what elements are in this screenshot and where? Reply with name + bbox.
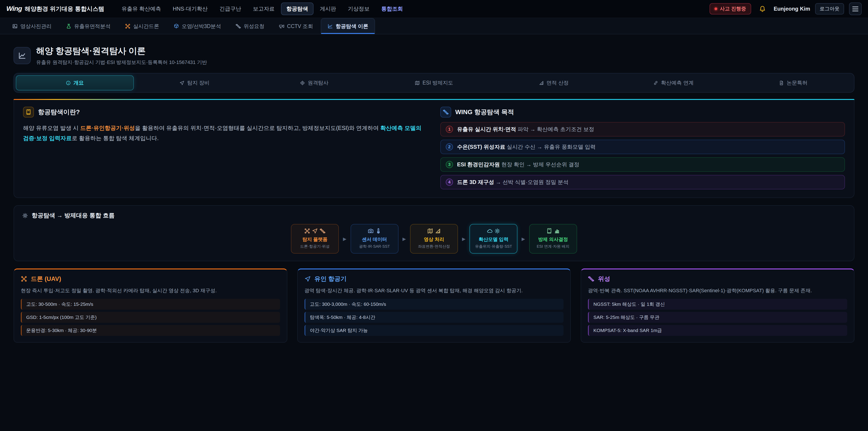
plane-icon: [305, 276, 311, 282]
nav-item-reports[interactable]: 보고자료: [248, 2, 280, 15]
nav-item-aerial-search[interactable]: 항공탐색: [281, 2, 313, 15]
tab-equipment[interactable]: 탐지 장비: [135, 75, 254, 90]
main-content: 해양 항공탐색·원격탐사 이론 유출유 원격탐지·항공감시 기법·ESI 방제정…: [0, 34, 868, 350]
gear-icon: [494, 228, 500, 234]
flow-panel: 항공탐색 → 방제대응 통합 흐름 탐지 플랫폼 드론·항공기·위성 ▶: [13, 205, 855, 261]
satellite-icon: [588, 276, 594, 282]
cube-icon: [174, 24, 179, 29]
thermometer-icon: [375, 228, 381, 234]
platform-card-drone: 드론 (UAV) 현장 즉시 투입·저고도 정밀 촬영. 광학·적외선 카메라 …: [13, 269, 287, 343]
main-menu: 유출유 확산예측 HNS·대기확산 긴급구난 보고자료 항공탐색 게시판 기상정…: [116, 2, 408, 15]
user-name: Eunjeong Kim: [774, 6, 810, 12]
nav-item-board[interactable]: 게시판: [314, 2, 342, 15]
nav-item-hns-diffusion[interactable]: HNS·대기확산: [167, 2, 213, 15]
overview-panel: 항공탐색이란? 해양 유류오염 발생 시 드론·유인항공기·위성을 활용하여 유…: [13, 100, 855, 198]
cloud-icon: [487, 228, 493, 234]
satellite-icon: [320, 228, 326, 234]
tab-remote-sensing[interactable]: 원격탐사: [255, 75, 373, 90]
flow-track: 탐지 플랫폼 드론·항공기·위성 ▶ 센서 데이터 광학·IR·SAR·SST …: [22, 224, 846, 254]
purpose-item: 3 ESI 환경민감자원 현장 확인 → 방제 우선순위 결정: [440, 157, 845, 172]
topnav-right: 사고 진행중 Eunjeong Kim 로그아웃: [710, 2, 862, 15]
purpose-number: 2: [446, 143, 453, 151]
plane-icon: [180, 81, 184, 86]
highlight-platforms: 드론·유인항공기·위성: [80, 125, 135, 131]
sub-navigation: 영상사진관리 유출유면적분석 실시간드론 오염/선박3D분석 위성요청 CCTV…: [0, 18, 868, 34]
tab-papers-patents[interactable]: 논문특허: [734, 75, 852, 90]
brand[interactable]: Wing 해양환경 위기대응 통합시스템: [6, 5, 104, 13]
satellite-icon: [440, 107, 451, 118]
theory-tabbar: 개요 탐지 장비 원격탐사 ESI 방제지도 면적 산정 확산예측 연계: [13, 73, 855, 93]
spec-row: 운용반경: 5-30km · 체공: 30-90분: [21, 325, 280, 336]
notifications-button[interactable]: [756, 2, 769, 15]
wing-logo: Wing: [6, 5, 22, 12]
spec-row: 탐색폭: 5-50km · 체공: 4-8시간: [305, 312, 564, 323]
incident-dot-icon: [715, 7, 717, 10]
camera-icon: [368, 228, 374, 234]
book-icon: [546, 228, 552, 234]
page-icon: [13, 47, 31, 64]
gear-icon: [22, 213, 28, 219]
nav-item-weather[interactable]: 기상정보: [342, 2, 375, 15]
incident-badge-label: 사고 진행중: [720, 5, 746, 12]
tab-esi-map[interactable]: ESI 방제지도: [375, 75, 493, 90]
drone-icon: [125, 24, 130, 29]
logout-button[interactable]: 로그아웃: [815, 3, 844, 14]
platform-cards: 드론 (UAV) 현장 즉시 투입·저고도 정밀 촬영. 광학·적외선 카메라 …: [13, 269, 855, 343]
platform-description: 현장 즉시 투입·저고도 정밀 촬영. 광학·적외선 카메라 탑재, 실시간 영…: [21, 286, 280, 295]
platform-description: 광역·반복 관측. SST(NOAA AVHRR·NGSST)·SAR(Sent…: [588, 286, 847, 295]
hamburger-icon: [852, 6, 858, 7]
tab-forecast-link[interactable]: 확산예측 연계: [615, 75, 733, 90]
platform-card-header: 유인 항공기: [305, 275, 564, 283]
top-navigation: Wing 해양환경 위기대응 통합시스템 유출유 확산예측 HNS·대기확산 긴…: [0, 0, 868, 18]
map-icon: [427, 228, 433, 234]
subnav-item-satellite-request[interactable]: 위성요청: [229, 18, 271, 34]
purpose-item: 4 드론 3D 재구성 → 선박 식별·오염원 정밀 분석: [440, 175, 845, 189]
bell-icon: [759, 5, 766, 12]
tab-overview[interactable]: 개요: [16, 75, 134, 90]
platform-card-aircraft: 유인 항공기 광역 탐색·장시간 체공. 광학·IR·SAR·SLAR·UV 등…: [297, 269, 571, 343]
purpose-number: 3: [446, 161, 453, 168]
subnav-item-3d-analysis[interactable]: 오염/선박3D분석: [167, 18, 228, 34]
purpose-list: 1 유출유 실시간 위치·면적 파악 → 확산예측 초기조건 보정 2 수온(S…: [440, 122, 845, 189]
nav-item-spill-forecast[interactable]: 유출유 확산예측: [116, 2, 166, 15]
spec-row: KOMPSAT-5: X-band SAR 1m급: [588, 325, 847, 336]
menu-toggle-button[interactable]: [849, 2, 862, 15]
link-icon: [653, 81, 658, 86]
chart-icon: [328, 24, 333, 29]
flow-title: 항공탐색 → 방제대응 통합 흐름: [32, 212, 115, 219]
flow-header: 항공탐색 → 방제대응 통합 흐름: [22, 212, 846, 219]
tab-area-calculation[interactable]: 면적 산정: [495, 75, 613, 90]
flow-arrow-icon: ▶: [462, 236, 465, 242]
platform-card-header: 위성: [588, 275, 847, 283]
drone-icon: [21, 276, 27, 282]
flask-icon: [66, 24, 71, 29]
flow-step-image-processing: 영상 처리 좌표변환·면적산정: [410, 224, 458, 254]
platform-card-satellite: 위성 광역·반복 관측. SST(NOAA AVHRR·NGSST)·SAR(S…: [581, 269, 855, 343]
purpose-item: 2 수온(SST) 위성자료 실시간 수신 → 유출유 풍화모델 입력: [440, 140, 845, 154]
intro-card-header: 항공탐색이란?: [23, 107, 428, 118]
page-title: 해양 항공탐색·원격탐사 이론: [36, 45, 207, 57]
nav-item-integrated-search[interactable]: 통합조회: [376, 2, 408, 15]
subnav-item-cctv[interactable]: CCTV 조회: [272, 18, 320, 34]
spec-row: 고도: 30-500m · 속도: 15-25m/s: [21, 299, 280, 310]
book-icon: [23, 107, 34, 118]
purpose-number: 1: [446, 126, 453, 133]
brand-name: 해양환경 위기대응 통합시스템: [25, 5, 104, 13]
incident-status-badge[interactable]: 사고 진행중: [710, 3, 751, 14]
nav-item-emergency-rescue[interactable]: 긴급구난: [214, 2, 247, 15]
photo-icon: [12, 24, 18, 29]
page-header: 해양 항공탐색·원격탐사 이론 유출유 원격탐지·항공감시 기법·ESI 방제정…: [13, 45, 855, 66]
subnav-item-realtime-drone[interactable]: 실시간드론: [118, 18, 166, 34]
app-root: Wing 해양환경 위기대응 통합시스템 유출유 확산예측 HNS·대기확산 긴…: [0, 0, 868, 350]
subnav-item-aerial-theory[interactable]: 항공탐색 이론: [321, 18, 375, 34]
flow-arrow-icon: ▶: [522, 236, 525, 242]
ruler-icon: [539, 81, 544, 86]
spec-row: GSD: 1-5cm/px (100m 고도 기준): [21, 312, 280, 323]
subnav-item-oil-area-analysis[interactable]: 유출유면적분석: [59, 18, 117, 34]
flow-arrow-icon: ▶: [343, 236, 346, 242]
satellite-icon: [236, 24, 241, 29]
intro-card: 항공탐색이란? 해양 유류오염 발생 시 드론·유인항공기·위성을 활용하여 유…: [23, 107, 428, 189]
platform-description: 광역 탐색·장시간 체공. 광학·IR·SAR·SLAR·UV 등 광역 센서 …: [305, 286, 564, 295]
subnav-item-image-management[interactable]: 영상사진관리: [5, 18, 58, 34]
flow-step-model-input: 확산모델 입력 유출위치·유출량·SST: [469, 224, 518, 254]
